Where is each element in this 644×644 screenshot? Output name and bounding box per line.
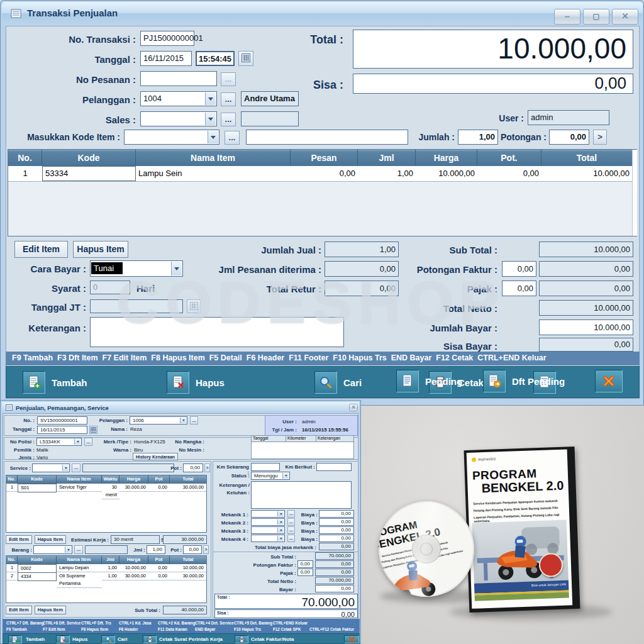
cetak-spk-icon[interactable] (143, 635, 157, 643)
col-nama-item[interactable]: Nama Item (136, 150, 291, 166)
minimize-button[interactable]: – (554, 9, 580, 25)
cara-bayar-combo[interactable]: Tunai (90, 260, 183, 277)
mekanik-2-browse-button[interactable]: ... (287, 518, 295, 526)
col-harga[interactable]: Harga (119, 475, 148, 484)
hapus-item-button[interactable]: Hapus Item (35, 606, 66, 614)
dft-pending-button[interactable]: Dft Pending (512, 376, 565, 387)
col-total[interactable]: Total (170, 556, 206, 564)
col-total[interactable]: Total (541, 150, 632, 166)
col-waktu[interactable]: Waktu (102, 475, 119, 484)
jam-input[interactable]: 15:54:45 (196, 51, 235, 66)
col-nama-item[interactable]: Nama Item (57, 475, 102, 484)
hapus-button[interactable]: Hapus (72, 636, 87, 642)
col-no[interactable]: No. (6, 556, 18, 564)
mekanik-3-combo[interactable] (251, 526, 285, 534)
col-no[interactable]: No. (6, 475, 18, 484)
cell-kode[interactable]: 0002 (18, 564, 57, 573)
calendar-button[interactable] (89, 426, 97, 434)
col-kode[interactable]: Kode (42, 150, 136, 166)
barang-jml-input[interactable]: 1,00 (147, 545, 165, 554)
pajak-pct-input[interactable]: 0,00 (502, 280, 536, 296)
pelanggan-browse-button[interactable]: ... (190, 416, 198, 425)
service-combo[interactable] (32, 464, 70, 472)
cetak-spk-button[interactable]: Cetak Surat Perintah Kerja (159, 636, 223, 642)
service-browse-button[interactable]: ... (72, 464, 80, 472)
potongan-input[interactable]: 0,00 (549, 130, 589, 145)
cetak-faktur-icon[interactable] (235, 635, 248, 643)
cell-kode[interactable]: S01 (18, 484, 57, 492)
grid-col-tanggal[interactable]: Tanggal (252, 436, 286, 442)
table-row[interactable]: 2 4334 Oli Suprame Pertamina 1,00 30.000… (6, 572, 206, 580)
syarat-input[interactable]: 0 (90, 280, 130, 294)
barang-combo[interactable] (33, 545, 72, 554)
mekanik-1-browse-button[interactable]: ... (287, 510, 295, 518)
mekanik-4-combo[interactable] (251, 535, 285, 542)
table-row[interactable]: 1 53334 Lampu Sein 0,00 1,00 10.000,00 0… (8, 166, 632, 182)
chevron-down-icon[interactable] (205, 92, 216, 105)
barang-pot-input[interactable]: 0,00 (183, 545, 202, 554)
tambah-icon[interactable] (23, 371, 45, 394)
hapus-button[interactable]: Hapus (196, 377, 225, 388)
barang-add-button[interactable]: > (203, 545, 209, 554)
chevron-down-icon[interactable] (208, 131, 218, 143)
chevron-down-icon[interactable] (277, 511, 284, 516)
sales-combo[interactable] (140, 111, 217, 126)
no-polisi-browse-button[interactable]: ... (84, 438, 92, 446)
status-combo[interactable]: Menunggu (251, 472, 290, 480)
chevron-down-icon[interactable] (277, 536, 284, 541)
chevron-down-icon[interactable] (282, 473, 289, 479)
edit-item-button[interactable]: Edit Item (6, 535, 32, 544)
no-polisi-combo[interactable]: L5334KK (36, 438, 82, 446)
km-berikut-input[interactable] (316, 463, 352, 471)
no-pesanan-input[interactable] (140, 71, 217, 86)
col-jml[interactable]: Jml (102, 556, 119, 564)
service-pot-input[interactable]: 0,00 (183, 464, 203, 472)
col-harga[interactable]: Harga (119, 556, 148, 564)
tanggal-input[interactable]: 16/11/2015 (37, 426, 87, 434)
pelanggan-combo[interactable]: 1004 (140, 91, 217, 106)
col-kode[interactable]: Kode (18, 556, 57, 564)
maximize-button[interactable]: ▢ (583, 9, 609, 25)
mekanik-1-combo[interactable] (251, 510, 285, 518)
pelanggan-combo[interactable]: 1006 (130, 416, 187, 425)
col-pesan[interactable]: Pesan (291, 150, 358, 166)
biaya-1-input[interactable]: 0,00 (319, 510, 354, 518)
pending-icon[interactable] (396, 370, 419, 392)
km-sekarang-input[interactable] (251, 463, 280, 471)
keterangan-keluhan-input[interactable] (251, 481, 352, 509)
close-transaction-icon[interactable] (344, 635, 359, 643)
biaya-3-input[interactable]: 0,00 (319, 526, 354, 534)
no-input[interactable]: SV15000000001 (37, 416, 87, 425)
cari-icon[interactable] (101, 635, 115, 643)
tambah-icon[interactable] (8, 635, 22, 643)
tambah-button[interactable]: Tambah (26, 636, 45, 642)
no-transaksi-input[interactable]: PJ15000000001 (140, 31, 194, 46)
cell-kode[interactable]: 53334 (42, 166, 136, 181)
hapus-icon[interactable] (56, 635, 70, 643)
tanggal-input[interactable]: 16/11/2015 (140, 51, 192, 66)
hapus-item-button[interactable]: Hapus Item (35, 535, 66, 544)
jumlah-input[interactable]: 1,00 (458, 130, 498, 145)
col-pot[interactable]: Pot (148, 556, 170, 564)
sales-titlebar[interactable]: Transaksi Penjualan – ▢ ✕ (2, 2, 643, 26)
calendar-button[interactable] (238, 51, 253, 66)
add-item-button[interactable]: > (593, 130, 607, 145)
kode-item-browse-button[interactable]: ... (225, 131, 240, 145)
service-add-button[interactable]: > (204, 464, 210, 472)
pajak-pct-input[interactable]: 0,00 (297, 569, 313, 576)
col-no[interactable]: No. (8, 150, 42, 166)
keterangan-input[interactable] (90, 317, 344, 347)
table-scrollbar[interactable] (632, 150, 637, 236)
tambah-button[interactable]: Tambah (52, 377, 87, 388)
mekanik-2-combo[interactable] (251, 518, 285, 526)
pending-button[interactable]: Pending (425, 376, 462, 387)
potongan-faktur-pct-input[interactable]: 0,00 (502, 261, 536, 277)
bayar-input[interactable]: 0,00 (315, 585, 354, 592)
cari-icon[interactable] (314, 371, 337, 394)
col-kode[interactable]: Kode (18, 475, 57, 484)
col-harga[interactable]: Harga (416, 150, 477, 166)
close-button[interactable]: ✕ (612, 9, 638, 25)
chevron-down-icon[interactable] (65, 547, 71, 553)
cari-button[interactable]: Cari (343, 377, 362, 388)
close-button[interactable]: ✕ (349, 404, 358, 411)
